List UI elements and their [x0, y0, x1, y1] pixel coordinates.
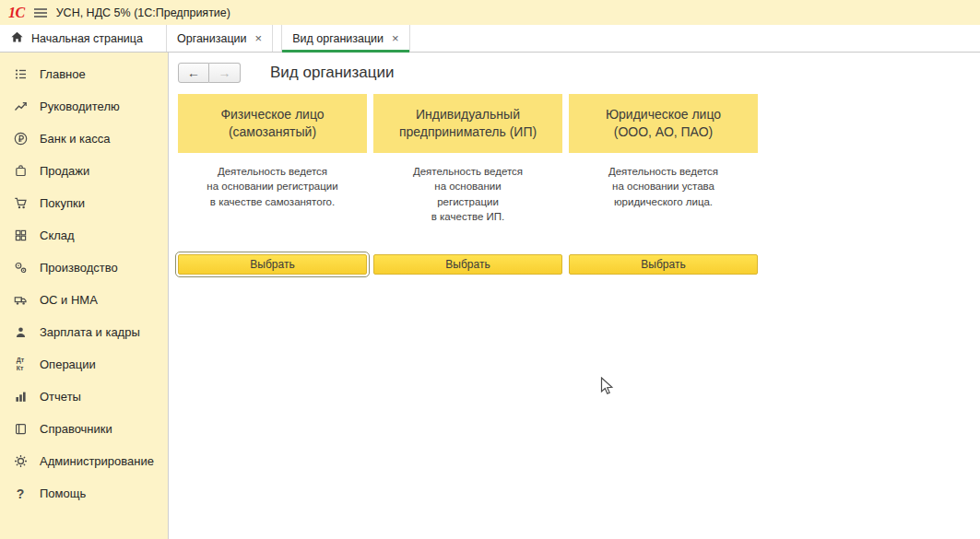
- forward-button[interactable]: →: [209, 63, 241, 83]
- tab-bar: Начальная страница Организации × Вид орг…: [0, 25, 980, 53]
- sidebar-item-label: Отчеты: [40, 390, 81, 404]
- sidebar-item-label: Склад: [40, 228, 75, 242]
- option-card-title: Индивидуальный предприниматель (ИП): [373, 94, 562, 153]
- sidebar-item-main[interactable]: Главное: [0, 58, 168, 90]
- option-description: Деятельность ведется на основании регист…: [178, 164, 367, 209]
- sidebar-item-purchases[interactable]: Покупки: [0, 187, 168, 219]
- option-legal-entity: Юридическое лицо (ООО, АО, ПАО) Деятельн…: [569, 94, 758, 275]
- option-entrepreneur: Индивидуальный предприниматель (ИП) Деят…: [373, 94, 562, 275]
- sidebar-item-label: Администрирование: [40, 454, 154, 468]
- book-icon: [12, 422, 29, 436]
- trend-up-icon: [12, 100, 29, 113]
- home-icon: [10, 30, 24, 46]
- tab-organizations-label: Организации: [177, 32, 247, 45]
- sidebar-item-help[interactable]: ? Помощь: [0, 477, 168, 510]
- main-menu-icon[interactable]: [33, 7, 48, 18]
- window-title: УСН, НДС 5% (1С:Предприятие): [56, 6, 230, 19]
- tab-home-label: Начальная страница: [31, 32, 143, 45]
- history-nav: ← →: [178, 63, 241, 83]
- sidebar-item-label: Справочники: [40, 422, 112, 436]
- sidebar-item-production[interactable]: Производство: [0, 252, 168, 284]
- briefcase-icon: [12, 164, 29, 178]
- tab-home[interactable]: Начальная страница: [0, 25, 158, 52]
- sidebar-item-label: ОС и НМА: [40, 293, 98, 307]
- sidebar-item-label: Зарплата и кадры: [40, 325, 140, 339]
- sidebar-item-label: Покупки: [40, 196, 85, 210]
- bar-chart-icon: [12, 390, 29, 404]
- tab-org-kind[interactable]: Вид организации ×: [281, 25, 410, 52]
- debit-credit-icon: Дт Кт: [12, 357, 29, 371]
- sidebar-item-bank-cash[interactable]: Банк и касса: [0, 123, 168, 155]
- app-window: 1С УСН, НДС 5% (1С:Предприятие) Начальна…: [0, 0, 980, 539]
- window-titlebar: 1С УСН, НДС 5% (1С:Предприятие): [0, 0, 980, 25]
- close-icon[interactable]: ×: [255, 32, 263, 44]
- tab-org-kind-label: Вид организации: [292, 32, 384, 45]
- ruble-icon: [12, 132, 29, 146]
- gear-icon: [12, 454, 29, 468]
- sidebar-item-sales[interactable]: Продажи: [0, 155, 168, 187]
- cart-icon: [12, 196, 29, 210]
- option-description: Деятельность ведется на основании регист…: [373, 164, 562, 224]
- sidebar-item-label: Производство: [40, 261, 118, 275]
- question-icon: ?: [12, 486, 29, 501]
- option-individual-selfemployed: Физическое лицо (самозанятый) Деятельнос…: [178, 94, 367, 275]
- org-kind-options: Физическое лицо (самозанятый) Деятельнос…: [178, 94, 980, 275]
- sidebar-item-label: Главное: [40, 67, 86, 81]
- gears-icon: [12, 261, 29, 275]
- sidebar-item-fixed-assets[interactable]: ОС и НМА: [0, 284, 168, 316]
- sidebar-item-operations[interactable]: Дт Кт Операции: [0, 348, 168, 381]
- option-card-title: Юридическое лицо (ООО, АО, ПАО): [569, 94, 758, 153]
- sidebar-item-label: Продажи: [40, 164, 89, 178]
- back-button[interactable]: ←: [178, 63, 209, 83]
- mouse-cursor: [600, 377, 615, 401]
- option-description: Деятельность ведется на основании устава…: [569, 164, 758, 209]
- sidebar-item-warehouse[interactable]: Склад: [0, 219, 168, 252]
- sidebar-item-reports[interactable]: Отчеты: [0, 381, 168, 413]
- sections-sidebar: Главное Руководителю Банк и касса Продаж…: [0, 53, 169, 539]
- list-icon: [12, 67, 29, 81]
- sidebar-item-manager[interactable]: Руководителю: [0, 90, 168, 123]
- app-logo: 1С: [8, 5, 25, 21]
- sidebar-item-references[interactable]: Справочники: [0, 413, 168, 445]
- close-icon[interactable]: ×: [392, 32, 399, 44]
- sidebar-item-label: Банк и касса: [40, 132, 111, 146]
- sidebar-item-label: Помощь: [40, 486, 86, 500]
- page-title: Вид организации: [270, 64, 395, 82]
- truck-icon: [12, 293, 29, 307]
- sidebar-item-label: Руководителю: [40, 100, 120, 113]
- main-content: ← → Вид организации Физическое лицо (сам…: [169, 53, 980, 539]
- tab-organizations[interactable]: Организации ×: [166, 25, 273, 52]
- sidebar-item-salary-hr[interactable]: Зарплата и кадры: [0, 316, 168, 348]
- choose-button-selfemployed[interactable]: Выбрать: [178, 254, 367, 275]
- sidebar-item-administration[interactable]: Администрирование: [0, 445, 168, 477]
- choose-button-legal-entity[interactable]: Выбрать: [569, 254, 758, 275]
- sidebar-item-label: Операции: [40, 357, 96, 371]
- option-card-title: Физическое лицо (самозанятый): [178, 94, 367, 153]
- grid-icon: [12, 228, 29, 242]
- person-icon: [12, 325, 29, 339]
- choose-button-entrepreneur[interactable]: Выбрать: [373, 254, 562, 275]
